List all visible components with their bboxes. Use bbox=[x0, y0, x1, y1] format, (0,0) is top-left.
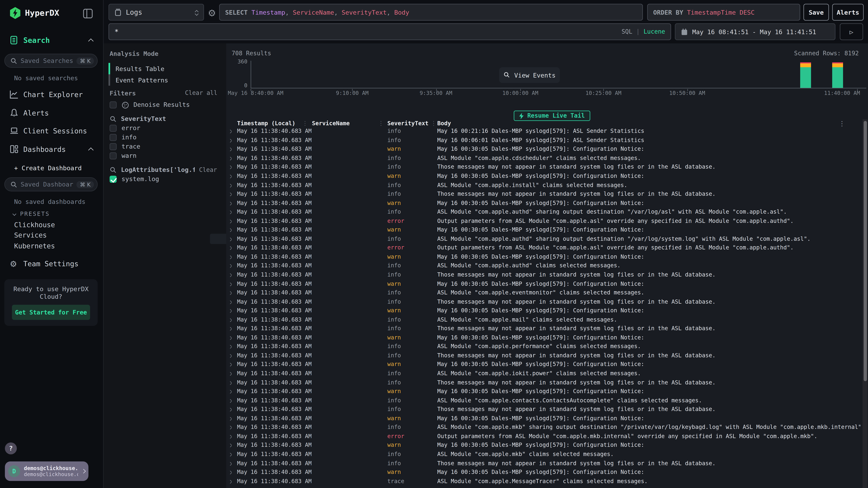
row-expand-chevron-icon[interactable] bbox=[229, 307, 231, 314]
chevron-up-icon[interactable] bbox=[88, 147, 94, 153]
row-expand-chevron-icon[interactable] bbox=[229, 406, 231, 412]
scrollbar-thumb[interactable] bbox=[864, 121, 867, 381]
column-header-severitytext[interactable]: SeverityText bbox=[388, 120, 429, 126]
checkbox[interactable] bbox=[110, 101, 117, 108]
sidebar-item-search[interactable]: Search bbox=[10, 36, 50, 44]
table-row[interactable]: May 16 11:38:40.683 AMinfoASL Module "co… bbox=[226, 261, 862, 270]
row-expand-chevron-icon[interactable] bbox=[229, 478, 231, 484]
preset-kubernetes[interactable]: Kubernetes bbox=[14, 242, 55, 250]
run-query-button[interactable]: ▷ bbox=[840, 23, 863, 40]
row-expand-chevron-icon[interactable] bbox=[229, 334, 231, 340]
column-header-body[interactable]: Body bbox=[437, 120, 451, 126]
row-expand-chevron-icon[interactable] bbox=[229, 208, 231, 215]
row-expand-chevron-icon[interactable] bbox=[229, 128, 231, 134]
checkbox[interactable] bbox=[110, 175, 117, 183]
table-row[interactable]: May 16 11:38:40.683 AMwarnMay 16 00:30:0… bbox=[226, 279, 862, 288]
help-button[interactable]: ? bbox=[5, 443, 17, 454]
mode-lucene-toggle[interactable]: Lucene bbox=[644, 28, 665, 35]
row-expand-chevron-icon[interactable] bbox=[229, 199, 231, 206]
table-row[interactable]: May 16 11:38:40.683 AMinfoThose messages… bbox=[226, 378, 862, 387]
table-row[interactable]: May 16 11:38:40.683 AMwarnMay 16 00:30:0… bbox=[226, 225, 862, 234]
clear-link[interactable]: Clear bbox=[199, 166, 217, 173]
sidebar-item-dashboards[interactable]: Dashboards bbox=[10, 145, 66, 154]
table-row[interactable]: May 16 11:38:40.683 AMinfoASL Module "co… bbox=[226, 341, 862, 351]
table-row[interactable]: May 16 11:38:40.683 AMerrorOutput parame… bbox=[226, 431, 862, 441]
table-row[interactable]: May 16 11:38:40.683 AMinfoASL Module "co… bbox=[226, 395, 862, 404]
sidebar-item-client-sessions[interactable]: Client Sessions bbox=[10, 126, 87, 135]
row-expand-chevron-icon[interactable] bbox=[229, 424, 231, 430]
row-expand-chevron-icon[interactable] bbox=[229, 155, 231, 161]
filter-option-warn[interactable]: warn bbox=[110, 152, 136, 159]
resume-live-tail-button[interactable]: Resume Live Tail bbox=[514, 110, 590, 121]
histogram-bar[interactable] bbox=[800, 62, 811, 88]
source-select[interactable]: Logs bbox=[108, 4, 204, 21]
column-resize-handle-icon[interactable]: ⋮ bbox=[378, 120, 384, 126]
row-expand-chevron-icon[interactable] bbox=[229, 361, 231, 367]
table-row[interactable]: May 16 11:38:40.683 AMinfoMay 16 00:06:0… bbox=[226, 135, 862, 144]
row-expand-chevron-icon[interactable] bbox=[229, 415, 231, 421]
save-button[interactable]: Save bbox=[803, 4, 829, 21]
row-expand-chevron-icon[interactable] bbox=[229, 316, 231, 322]
table-row[interactable]: May 16 11:38:40.683 AMinfoThose messages… bbox=[226, 458, 862, 467]
table-row[interactable]: May 16 11:38:40.683 AMinfoThose messages… bbox=[226, 162, 862, 171]
saved-dashboards-input[interactable]: Saved Dashboards ⌘ K bbox=[4, 177, 98, 191]
table-row[interactable]: May 16 11:38:40.683 AMinfoASL Module "co… bbox=[226, 180, 862, 189]
view-events-button[interactable]: View Events bbox=[499, 67, 560, 83]
row-expand-chevron-icon[interactable] bbox=[229, 262, 231, 268]
mode-results-table[interactable]: Results Table bbox=[108, 63, 217, 74]
column-resize-handle-icon[interactable]: ⋮ bbox=[302, 120, 308, 126]
search-icon[interactable] bbox=[110, 166, 117, 173]
alerts-button[interactable]: Alerts bbox=[832, 4, 864, 21]
row-expand-chevron-icon[interactable] bbox=[229, 226, 231, 233]
filter-option-error[interactable]: error bbox=[110, 124, 140, 132]
row-expand-chevron-icon[interactable] bbox=[229, 343, 231, 349]
sidebar-collapse-icon[interactable] bbox=[83, 9, 93, 19]
preset-services[interactable]: Services bbox=[14, 231, 47, 239]
denoise-checkbox-row[interactable]: Denoise Results bbox=[110, 101, 190, 108]
row-expand-chevron-icon[interactable] bbox=[229, 244, 231, 251]
row-expand-chevron-icon[interactable] bbox=[229, 468, 231, 475]
row-expand-chevron-icon[interactable] bbox=[229, 379, 231, 385]
clear-all-link[interactable]: Clear all bbox=[185, 90, 217, 97]
checkbox[interactable] bbox=[110, 125, 117, 132]
table-row[interactable]: May 16 11:38:40.683 AMinfoASL Module "co… bbox=[226, 288, 862, 297]
row-expand-chevron-icon[interactable] bbox=[229, 172, 231, 179]
brand[interactable]: HyperDX bbox=[10, 7, 59, 19]
row-expand-chevron-icon[interactable] bbox=[229, 163, 231, 170]
table-row[interactable]: May 16 11:38:40.683 AMinfoASL Module "co… bbox=[226, 368, 862, 378]
row-expand-chevron-icon[interactable] bbox=[229, 460, 231, 466]
sidebar-item-alerts[interactable]: Alerts bbox=[10, 108, 49, 117]
row-expand-chevron-icon[interactable] bbox=[229, 433, 231, 439]
histogram-bar[interactable] bbox=[832, 62, 843, 88]
table-row[interactable]: May 16 11:38:40.683 AMinfoThose messages… bbox=[226, 270, 862, 279]
column-resize-handle-icon[interactable]: ⋮ bbox=[431, 120, 437, 126]
table-row[interactable]: May 16 11:38:40.683 AMinfoASL Module "co… bbox=[226, 234, 862, 243]
row-expand-chevron-icon[interactable] bbox=[229, 397, 231, 403]
sidebar-item-team-settings[interactable]: ⚙ Team Settings bbox=[10, 259, 79, 268]
row-expand-chevron-icon[interactable] bbox=[229, 280, 231, 287]
checkbox[interactable] bbox=[110, 143, 117, 150]
table-row[interactable]: May 16 11:38:40.683 AMwarnMay 16 00:30:0… bbox=[226, 440, 862, 449]
column-header-servicename[interactable]: ServiceName bbox=[312, 120, 350, 126]
row-expand-chevron-icon[interactable] bbox=[229, 271, 231, 278]
presets-section-toggle[interactable]: PRESETS bbox=[13, 210, 50, 217]
sidebar-item-chart-explorer[interactable]: Chart Explorer bbox=[10, 90, 83, 99]
preset-clickhouse[interactable]: Clickhouse bbox=[14, 221, 55, 229]
filter-option-info[interactable]: info bbox=[110, 133, 136, 141]
table-row[interactable]: May 16 11:38:40.683 AMinfoThose messages… bbox=[226, 404, 862, 414]
table-row[interactable]: May 16 11:38:40.683 AMwarnMay 16 00:30:0… bbox=[226, 198, 862, 207]
checkbox[interactable] bbox=[110, 134, 117, 141]
row-expand-chevron-icon[interactable] bbox=[229, 289, 231, 295]
table-row[interactable]: May 16 11:38:40.683 AMinfoASL Module "co… bbox=[226, 449, 862, 458]
table-row[interactable]: May 16 11:38:40.683 AMinfoThose messages… bbox=[226, 324, 862, 333]
row-expand-chevron-icon[interactable] bbox=[229, 442, 231, 448]
order-by-input[interactable]: ORDER BY TimestampTime DESC bbox=[647, 4, 800, 21]
chevron-up-icon[interactable] bbox=[88, 38, 94, 43]
table-row[interactable]: May 16 11:38:40.683 AMwarnMay 16 00:30:0… bbox=[226, 467, 862, 476]
select-query-input[interactable]: SELECT Timestamp, ServiceName, SeverityT… bbox=[219, 4, 643, 21]
search-query-input[interactable]: * SQL | Lucene bbox=[108, 23, 671, 40]
table-row[interactable]: May 16 11:38:40.683 AMwarnMay 16 00:30:0… bbox=[226, 387, 862, 396]
table-row[interactable]: May 16 11:38:40.683 AMinfoASL Module "co… bbox=[226, 153, 862, 162]
mode-sql-toggle[interactable]: SQL bbox=[622, 28, 632, 35]
table-row[interactable]: May 16 11:38:40.683 AMwarnMay 16 00:30:0… bbox=[226, 414, 862, 423]
